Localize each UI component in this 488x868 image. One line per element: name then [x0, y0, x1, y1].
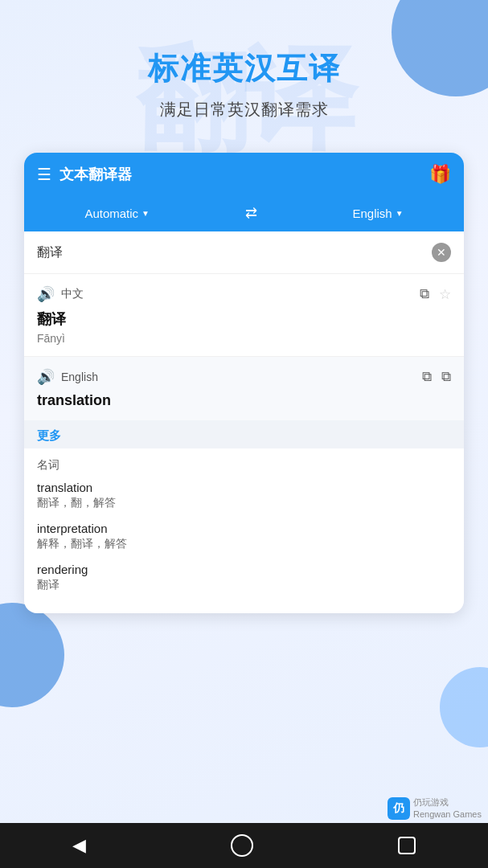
rengwan-logo: 仍	[388, 797, 410, 820]
dict-word-2: rendering	[37, 563, 451, 576]
app-header: ☰ 文本翻译器 🎁	[24, 153, 464, 196]
clear-button[interactable]: ✕	[432, 243, 451, 262]
more-section: 更多	[24, 420, 464, 448]
dict-entry-0: translation 翻译，翻，解答	[37, 481, 451, 510]
rengwan-text: 仍玩游戏 Rengwan Games	[413, 796, 482, 820]
dict-meaning-0: 翻译，翻，解答	[37, 496, 451, 510]
hamburger-icon[interactable]: ☰	[37, 165, 51, 184]
dict-meaning-2: 翻译	[37, 578, 451, 592]
english-result-actions: ⧉ ⧉	[422, 369, 451, 385]
copy-icon[interactable]: ⧉	[420, 286, 429, 303]
dict-pos: 名词	[37, 458, 451, 473]
bg-circle-bottom-left	[0, 603, 64, 707]
app-header-title: 文本翻译器	[59, 165, 132, 184]
swap-icon[interactable]: ⇄	[245, 204, 257, 222]
clear-icon-symbol: ✕	[437, 246, 446, 259]
english-copy-icon[interactable]: ⧉	[441, 369, 451, 385]
lang-bar: Automatic ▼ ⇄ English ▼	[24, 196, 464, 231]
home-button[interactable]	[231, 834, 253, 857]
nav-bar: ◀	[0, 823, 488, 868]
source-lang-chevron: ▼	[141, 209, 150, 218]
target-lang-chevron: ▼	[396, 209, 404, 218]
source-lang-button[interactable]: Automatic ▼	[84, 207, 150, 220]
gift-icon[interactable]: 🎁	[429, 164, 451, 185]
dict-section: 名词 translation 翻译，翻，解答 interpretation 解释…	[24, 448, 464, 613]
hero-subtitle: 满足日常英汉翻译需求	[24, 99, 464, 121]
more-label: 更多	[37, 428, 61, 442]
result-chinese-section: 🔊 中文 ⧉ ☆ 翻译 Fānyì	[24, 274, 464, 357]
dict-word-1: interpretation	[37, 522, 451, 535]
hero-title: 标准英汉互译	[24, 48, 464, 89]
result-chinese-lang-row: 🔊 中文 ⧉ ☆	[37, 285, 451, 303]
dict-entry-1: interpretation 解释，翻译，解答	[37, 522, 451, 551]
input-text: 翻译	[37, 244, 63, 261]
chinese-result-pinyin: Fānyì	[37, 332, 451, 345]
target-lang-label: English	[352, 207, 392, 220]
rengwan-line2: Rengwan Games	[413, 809, 482, 820]
dict-entry-2: rendering 翻译	[37, 563, 451, 592]
recents-button[interactable]	[398, 837, 416, 854]
app-header-left: ☰ 文本翻译器	[37, 165, 132, 184]
chinese-speaker-icon[interactable]: 🔊	[37, 285, 55, 303]
rengwan-line1: 仍玩游戏	[413, 796, 482, 808]
bg-circle-bottom-right	[440, 667, 488, 747]
back-button[interactable]: ◀	[72, 835, 86, 856]
app-card: ☰ 文本翻译器 🎁 Automatic ▼ ⇄ English ▼ 翻译 ✕ 🔊…	[24, 153, 464, 613]
chinese-lang-label: 中文	[61, 287, 84, 301]
dict-word-0: translation	[37, 481, 451, 494]
rengwan-watermark: 仍 仍玩游戏 Rengwan Games	[388, 796, 482, 820]
result-english-section: 🔊 English ⧉ ⧉ translation	[24, 357, 464, 420]
result-chinese-lang-left: 🔊 中文	[37, 285, 84, 303]
hero-section: 标准英汉互译 满足日常英汉翻译需求	[0, 0, 488, 137]
chinese-result-actions: ⧉ ☆	[420, 286, 451, 303]
external-link-icon[interactable]: ⧉	[422, 369, 432, 385]
result-english-lang-left: 🔊 English	[37, 368, 98, 386]
result-english-lang-row: 🔊 English ⧉ ⧉	[37, 368, 451, 386]
target-lang-button[interactable]: English ▼	[352, 207, 403, 220]
source-lang-label: Automatic	[84, 207, 138, 220]
chinese-result-main: 翻译	[37, 309, 451, 329]
dict-meaning-1: 解释，翻译，解答	[37, 537, 451, 551]
input-area[interactable]: 翻译 ✕	[24, 231, 464, 274]
star-icon[interactable]: ☆	[439, 286, 451, 303]
english-lang-label: English	[61, 371, 98, 383]
english-result-main: translation	[37, 392, 451, 409]
english-speaker-icon[interactable]: 🔊	[37, 368, 55, 386]
